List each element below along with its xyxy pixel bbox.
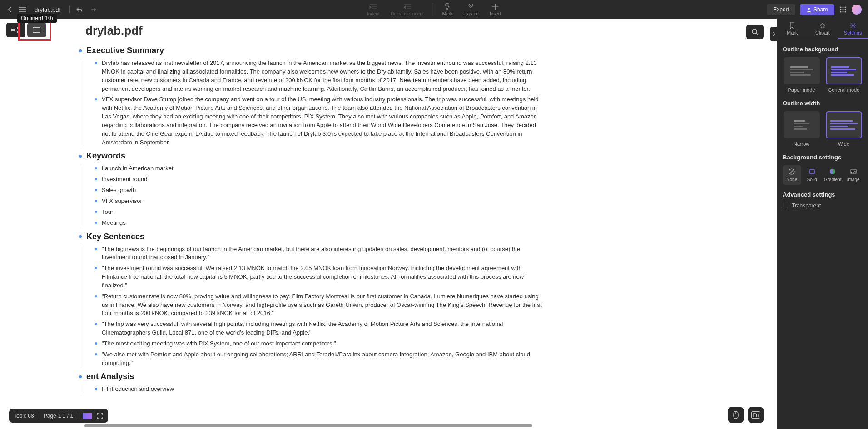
export-button[interactable]: Export: [767, 4, 795, 15]
user-avatar[interactable]: [852, 5, 862, 15]
mark-icon: [444, 3, 451, 10]
person-icon: [806, 7, 812, 12]
undo-button[interactable]: [75, 5, 84, 14]
svg-point-3: [843, 7, 844, 8]
share-button[interactable]: Share: [800, 4, 834, 15]
svg-point-10: [845, 11, 846, 13]
topbar: drylab.pdf Indent Decrease indent Mark E…: [0, 0, 868, 19]
svg-point-2: [840, 7, 842, 8]
menu-icon[interactable]: [18, 5, 27, 14]
apps-grid-icon[interactable]: [839, 5, 847, 14]
expand-icon: [467, 3, 475, 10]
svg-point-6: [843, 9, 844, 10]
svg-point-1: [808, 8, 810, 10]
decrease-indent-icon: [403, 3, 411, 10]
svg-point-5: [840, 9, 842, 10]
expand-button[interactable]: Expand: [458, 2, 484, 17]
divider: [69, 6, 70, 13]
indent-icon: [370, 3, 377, 10]
redo-button[interactable]: [88, 5, 97, 14]
plus-icon: [491, 3, 499, 10]
back-button[interactable]: [5, 5, 15, 14]
filename: drylab.pdf: [31, 6, 64, 13]
indent-button[interactable]: Indent: [362, 2, 385, 17]
insert-button[interactable]: Insert: [484, 2, 506, 17]
separator: [433, 3, 433, 16]
outliner-tooltip: Outliner(F10): [17, 14, 57, 19]
svg-point-4: [845, 7, 846, 8]
decrease-indent-button[interactable]: Decrease indent: [385, 2, 429, 17]
mark-button[interactable]: Mark: [437, 2, 458, 17]
svg-point-7: [845, 9, 846, 10]
svg-point-8: [840, 11, 842, 13]
svg-point-0: [446, 4, 448, 5]
svg-point-9: [843, 11, 844, 13]
